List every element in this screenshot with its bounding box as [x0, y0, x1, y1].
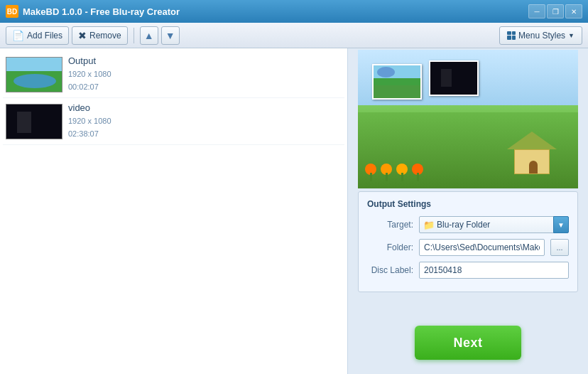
remove-icon: ✖: [78, 30, 87, 41]
folder-row: Folder: ...: [367, 239, 569, 256]
add-files-button[interactable]: 📄 Add Files: [6, 26, 69, 45]
flower: [412, 164, 425, 181]
house-body: [514, 149, 550, 174]
preview-thumb-2: [429, 60, 479, 96]
right-panel: Output Settings Target: 📁 Blu-ray Folder…: [348, 48, 588, 374]
file-resolution: 1920 x 1080: [68, 68, 342, 81]
folder-input[interactable]: [419, 239, 545, 256]
flower: [396, 164, 409, 181]
browse-button[interactable]: ...: [550, 239, 569, 256]
move-down-button[interactable]: ▼: [161, 26, 180, 45]
grid-icon: [507, 31, 516, 40]
list-item[interactable]: Output 1920 x 1080 00:02:07: [3, 51, 344, 98]
chevron-down-icon: ▼: [568, 32, 575, 39]
preview-thumb-1: [372, 64, 422, 100]
preview-house: [507, 132, 557, 174]
next-button[interactable]: Next: [415, 326, 521, 360]
target-label: Target:: [367, 220, 413, 230]
minimize-button[interactable]: ─: [528, 4, 545, 18]
next-button-wrap: Next: [415, 292, 521, 374]
file-info: video 1920 x 1080 02:38:07: [68, 102, 342, 140]
disc-label-row: Disc Label:: [367, 262, 569, 279]
folder-label: Folder:: [367, 242, 413, 252]
preview-flowers: [365, 164, 425, 181]
disc-label-input[interactable]: [419, 262, 569, 279]
list-item[interactable]: video 1920 x 1080 02:38:07: [3, 98, 344, 145]
file-name: Output: [68, 55, 342, 66]
title-bar-left: BD MakeBD 1.0.0 - Free Blu-ray Creator: [6, 5, 180, 18]
add-files-icon: 📄: [12, 30, 24, 41]
file-thumbnail: [6, 57, 62, 92]
toolbar: 📄 Add Files ✖ Remove ▲ ▼ Menu Styles ▼: [0, 23, 588, 48]
menu-preview: [358, 50, 578, 188]
toolbar-separator: [134, 28, 134, 43]
file-thumbnail: [6, 104, 62, 139]
disc-label-label: Disc Label:: [367, 265, 413, 275]
window-title: MakeBD 1.0.0 - Free Blu-ray Creator: [23, 6, 180, 17]
file-duration: 02:38:07: [68, 128, 342, 141]
main-content: Output 1920 x 1080 00:02:07 video 1920 x…: [0, 48, 588, 374]
file-resolution: 1920 x 1080: [68, 115, 342, 128]
app-icon: BD: [6, 5, 18, 18]
move-up-button[interactable]: ▲: [140, 26, 158, 45]
file-name: video: [68, 102, 342, 113]
folder-icon: 📁: [423, 220, 435, 230]
preview-background: [358, 50, 578, 188]
flower: [365, 164, 378, 181]
remove-button[interactable]: ✖ Remove: [72, 26, 128, 45]
target-select[interactable]: Blu-ray Folder: [419, 216, 569, 233]
title-bar: BD MakeBD 1.0.0 - Free Blu-ray Creator ─…: [0, 0, 588, 23]
select-arrow-icon[interactable]: ▼: [553, 216, 569, 233]
house-door: [529, 161, 538, 173]
target-select-wrap: 📁 Blu-ray Folder ▼: [419, 216, 569, 233]
flower: [381, 164, 393, 181]
menu-styles-button[interactable]: Menu Styles ▼: [499, 26, 582, 45]
restore-button[interactable]: ❐: [547, 4, 564, 18]
title-controls: ─ ❐ ✕: [528, 4, 582, 18]
file-duration: 00:02:07: [68, 81, 342, 94]
file-info: Output 1920 x 1080 00:02:07: [68, 55, 342, 93]
file-list: Output 1920 x 1080 00:02:07 video 1920 x…: [0, 48, 348, 374]
output-settings-panel: Output Settings Target: 📁 Blu-ray Folder…: [358, 191, 578, 292]
output-settings-title: Output Settings: [367, 199, 569, 209]
target-row: Target: 📁 Blu-ray Folder ▼: [367, 216, 569, 233]
house-roof: [507, 132, 557, 149]
close-button[interactable]: ✕: [565, 4, 582, 18]
